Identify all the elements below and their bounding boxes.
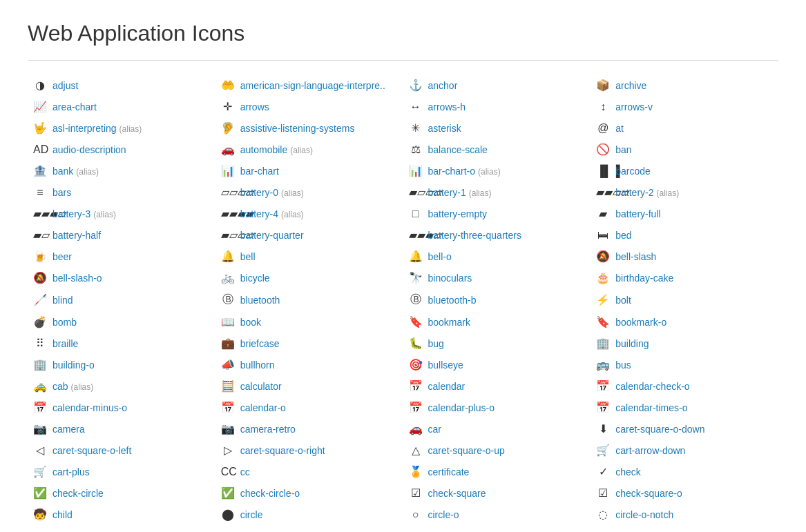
icon-label[interactable]: bars <box>52 187 71 198</box>
icon-label[interactable]: cart-arrow-down <box>615 445 685 456</box>
icon-label[interactable]: bell-o <box>428 251 452 262</box>
icon-label[interactable]: calendar-times-o <box>615 402 687 413</box>
icon-link[interactable]: battery-3 <box>52 208 90 219</box>
icon-link[interactable]: calendar-times-o <box>615 402 687 413</box>
icon-link[interactable]: cart-arrow-down <box>615 445 685 456</box>
icon-label[interactable]: bookmark-o <box>615 317 666 328</box>
icon-link[interactable]: caret-square-o-down <box>615 424 704 435</box>
icon-label[interactable]: battery-half <box>52 230 101 241</box>
icon-link[interactable]: check-circle-o <box>240 488 300 499</box>
icon-link[interactable]: battery-2 <box>615 187 653 198</box>
icon-link[interactable]: check-square <box>428 488 486 499</box>
icon-link[interactable]: calendar-plus-o <box>428 402 495 413</box>
icon-label[interactable]: bug <box>428 338 444 349</box>
icon-label[interactable]: bolt <box>615 295 631 306</box>
icon-label[interactable]: calendar <box>428 381 466 392</box>
icon-label[interactable]: circle-o <box>428 509 459 520</box>
icon-link[interactable]: anchor <box>428 80 458 91</box>
icon-label[interactable]: birthday-cake <box>615 273 673 284</box>
icon-link[interactable]: at <box>615 123 624 134</box>
icon-link[interactable]: battery-1 <box>428 187 466 198</box>
icon-link[interactable]: check-circle <box>52 488 104 499</box>
icon-link[interactable]: calendar-o <box>240 402 286 413</box>
icon-link[interactable]: bar-chart <box>240 166 279 177</box>
icon-link[interactable]: american-sign-language-interpre.. <box>240 80 385 91</box>
icon-link[interactable]: battery-4 <box>240 208 278 219</box>
icon-label[interactable]: cc <box>240 466 250 477</box>
icon-link[interactable]: battery-quarter <box>240 230 304 241</box>
icon-label[interactable]: briefcase <box>240 338 280 349</box>
icon-link[interactable]: cc <box>240 466 250 477</box>
icon-label[interactable]: arrows <box>240 101 269 112</box>
icon-label[interactable]: camera <box>52 424 85 435</box>
icon-label[interactable]: bicycle <box>240 273 270 284</box>
icon-label[interactable]: certificate <box>428 466 470 477</box>
icon-link[interactable]: bell-slash-o <box>52 273 102 284</box>
icon-link[interactable]: battery-empty <box>428 208 488 219</box>
icon-link[interactable]: arrows-h <box>428 101 466 112</box>
icon-label[interactable]: calendar-o <box>240 402 286 413</box>
icon-link[interactable]: battery-full <box>615 208 660 219</box>
icon-link[interactable]: barcode <box>615 166 651 177</box>
icon-link[interactable]: bookmark <box>428 317 470 328</box>
icon-link[interactable]: circle-o <box>428 509 459 520</box>
icon-link[interactable]: bell-o <box>428 251 452 262</box>
icon-label[interactable]: battery-1(alias) <box>428 187 492 198</box>
icon-label[interactable]: battery-empty <box>428 208 488 219</box>
icon-label[interactable]: bell-slash-o <box>52 273 102 284</box>
icon-link[interactable]: check <box>615 466 641 477</box>
icon-label[interactable]: area-chart <box>52 101 97 112</box>
icon-label[interactable]: battery-full <box>615 208 660 219</box>
icon-label[interactable]: automobile(alias) <box>240 144 313 155</box>
icon-label[interactable]: caret-square-o-right <box>240 445 325 456</box>
icon-label[interactable]: arrows-h <box>428 101 466 112</box>
icon-label[interactable]: check-square-o <box>615 488 682 499</box>
icon-link[interactable]: caret-square-o-right <box>240 445 325 456</box>
icon-link[interactable]: caret-square-o-left <box>52 445 131 456</box>
icon-label[interactable]: braille <box>52 338 78 349</box>
icon-link[interactable]: briefcase <box>240 338 280 349</box>
icon-label[interactable]: bed <box>615 230 631 241</box>
icon-label[interactable]: battery-quarter <box>240 230 304 241</box>
icon-label[interactable]: car <box>428 424 441 435</box>
icon-link[interactable]: child <box>52 509 73 520</box>
icon-label[interactable]: camera-retro <box>240 424 296 435</box>
icon-label[interactable]: audio-description <box>52 144 126 155</box>
icon-link[interactable]: calendar-check-o <box>615 381 689 392</box>
icon-label[interactable]: check-square <box>428 488 486 499</box>
icon-label[interactable]: asl-interpreting(alias) <box>52 123 142 134</box>
icon-link[interactable]: balance-scale <box>428 144 488 155</box>
icon-link[interactable]: bicycle <box>240 273 270 284</box>
icon-link[interactable]: camera-retro <box>240 424 296 435</box>
icon-link[interactable]: bomb <box>52 317 77 328</box>
icon-link[interactable]: asl-interpreting <box>52 123 117 134</box>
icon-link[interactable]: bluetooth-b <box>428 295 477 306</box>
icon-link[interactable]: automobile <box>240 144 288 155</box>
icon-label[interactable]: bullseye <box>428 359 463 371</box>
icon-label[interactable]: balance-scale <box>428 144 488 155</box>
icon-label[interactable]: bar-chart <box>240 166 279 177</box>
icon-label[interactable]: check-circle <box>52 488 104 499</box>
icon-label[interactable]: american-sign-language-interpre.. <box>240 80 385 91</box>
icon-link[interactable]: cab <box>52 381 68 392</box>
icon-label[interactable]: assistive-listening-systems <box>240 123 355 134</box>
icon-link[interactable]: bank <box>52 166 73 177</box>
icon-label[interactable]: battery-3(alias) <box>52 208 116 219</box>
icon-label[interactable]: blind <box>52 295 73 306</box>
icon-link[interactable]: bars <box>52 187 71 198</box>
icon-label[interactable]: ban <box>615 144 631 155</box>
icon-link[interactable]: area-chart <box>52 101 97 112</box>
icon-link[interactable]: battery-half <box>52 230 101 241</box>
icon-link[interactable]: bolt <box>615 295 631 306</box>
icon-link[interactable]: archive <box>615 80 646 91</box>
icon-label[interactable]: cart-plus <box>52 466 90 477</box>
icon-link[interactable]: bar-chart-o <box>428 166 475 177</box>
icon-label[interactable]: arrows-v <box>615 101 653 112</box>
icon-label[interactable]: calculator <box>240 381 282 392</box>
icon-label[interactable]: building <box>615 338 649 349</box>
icon-label[interactable]: calendar-check-o <box>615 381 689 392</box>
icon-link[interactable]: bluetooth <box>240 295 280 306</box>
icon-label[interactable]: battery-0(alias) <box>240 187 304 198</box>
icon-label[interactable]: barcode <box>615 166 651 177</box>
icon-link[interactable]: arrows <box>240 101 269 112</box>
